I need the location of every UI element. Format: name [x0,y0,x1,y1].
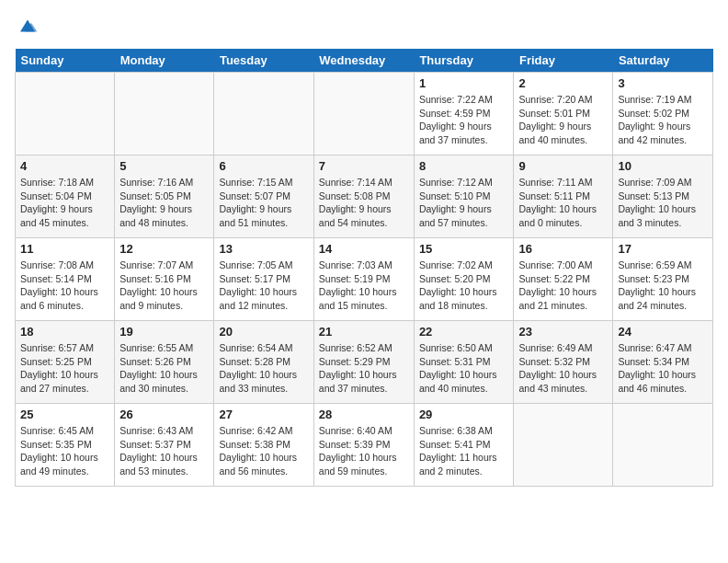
calendar-cell [313,73,414,155]
calendar-cell: 16Sunrise: 7:00 AM Sunset: 5:22 PM Dayli… [514,238,613,321]
calendar-cell [115,73,214,155]
day-number: 9 [518,159,608,173]
calendar-cell: 27Sunrise: 6:42 AM Sunset: 5:38 PM Dayli… [214,404,313,487]
calendar-cell: 15Sunrise: 7:02 AM Sunset: 5:20 PM Dayli… [414,238,514,321]
calendar-cell: 13Sunrise: 7:05 AM Sunset: 5:17 PM Dayli… [214,238,313,321]
day-info: Sunrise: 6:42 AM Sunset: 5:38 PM Dayligh… [219,424,308,478]
calendar-header-thursday: Thursday [414,49,514,73]
calendar-cell: 5Sunrise: 7:16 AM Sunset: 5:05 PM Daylig… [115,155,214,238]
day-number: 19 [119,325,209,339]
calendar-cell: 7Sunrise: 7:14 AM Sunset: 5:08 PM Daylig… [313,155,414,238]
day-number: 10 [618,159,708,173]
day-info: Sunrise: 6:49 AM Sunset: 5:32 PM Dayligh… [518,341,608,396]
calendar-cell: 18Sunrise: 6:57 AM Sunset: 5:25 PM Dayli… [16,321,115,404]
logo-icon [17,15,39,37]
day-info: Sunrise: 6:54 AM Sunset: 5:28 PM Dayligh… [219,341,308,396]
calendar-cell: 20Sunrise: 6:54 AM Sunset: 5:28 PM Dayli… [214,321,313,404]
day-info: Sunrise: 7:20 AM Sunset: 5:01 PM Dayligh… [518,93,608,147]
calendar-table: SundayMondayTuesdayWednesdayThursdayFrid… [15,49,713,487]
calendar-header-saturday: Saturday [613,49,713,73]
calendar-cell: 6Sunrise: 7:15 AM Sunset: 5:07 PM Daylig… [214,155,313,238]
day-number: 22 [419,325,509,339]
day-number: 7 [319,159,409,173]
day-info: Sunrise: 7:03 AM Sunset: 5:19 PM Dayligh… [319,259,409,313]
calendar-cell [214,73,313,155]
day-number: 20 [219,325,308,339]
calendar-cell: 28Sunrise: 6:40 AM Sunset: 5:39 PM Dayli… [313,404,414,487]
calendar-cell: 8Sunrise: 7:12 AM Sunset: 5:10 PM Daylig… [414,155,514,238]
day-info: Sunrise: 6:52 AM Sunset: 5:29 PM Dayligh… [319,341,409,396]
calendar-cell: 29Sunrise: 6:38 AM Sunset: 5:41 PM Dayli… [414,404,514,487]
calendar-cell: 25Sunrise: 6:45 AM Sunset: 5:35 PM Dayli… [16,404,115,487]
day-number: 27 [219,408,308,421]
calendar-week-row-2: 4Sunrise: 7:18 AM Sunset: 5:04 PM Daylig… [16,155,713,238]
day-number: 3 [618,76,708,90]
day-number: 15 [419,242,509,256]
day-info: Sunrise: 7:08 AM Sunset: 5:14 PM Dayligh… [20,259,109,313]
day-info: Sunrise: 7:02 AM Sunset: 5:20 PM Dayligh… [419,259,509,313]
day-number: 4 [20,159,109,173]
day-number: 25 [20,408,109,421]
calendar-cell: 9Sunrise: 7:11 AM Sunset: 5:11 PM Daylig… [514,155,613,238]
calendar-header-tuesday: Tuesday [214,49,313,73]
calendar-header-sunday: Sunday [16,49,115,73]
day-info: Sunrise: 7:11 AM Sunset: 5:11 PM Dayligh… [518,176,608,230]
calendar-header-monday: Monday [115,49,214,73]
day-info: Sunrise: 7:12 AM Sunset: 5:10 PM Dayligh… [419,176,509,230]
calendar-cell: 12Sunrise: 7:07 AM Sunset: 5:16 PM Dayli… [115,238,214,321]
day-number: 11 [20,242,109,256]
day-info: Sunrise: 6:59 AM Sunset: 5:23 PM Dayligh… [618,259,708,313]
day-number: 2 [518,76,608,90]
calendar-cell [16,73,115,155]
day-number: 24 [618,325,708,339]
calendar-week-row-5: 25Sunrise: 6:45 AM Sunset: 5:35 PM Dayli… [16,404,713,487]
day-info: Sunrise: 6:43 AM Sunset: 5:37 PM Dayligh… [119,424,209,478]
day-info: Sunrise: 7:19 AM Sunset: 5:02 PM Dayligh… [618,93,708,147]
day-info: Sunrise: 6:45 AM Sunset: 5:35 PM Dayligh… [20,424,109,478]
day-number: 17 [618,242,708,256]
calendar-cell: 11Sunrise: 7:08 AM Sunset: 5:14 PM Dayli… [16,238,115,321]
calendar-week-row-1: 1Sunrise: 7:22 AM Sunset: 4:59 PM Daylig… [16,73,713,155]
day-info: Sunrise: 6:55 AM Sunset: 5:26 PM Dayligh… [119,341,209,396]
calendar-cell: 22Sunrise: 6:50 AM Sunset: 5:31 PM Dayli… [414,321,514,404]
day-info: Sunrise: 7:16 AM Sunset: 5:05 PM Dayligh… [119,176,209,230]
calendar-cell: 3Sunrise: 7:19 AM Sunset: 5:02 PM Daylig… [613,73,713,155]
day-number: 29 [419,408,509,421]
day-number: 26 [119,408,209,421]
calendar-cell: 24Sunrise: 6:47 AM Sunset: 5:34 PM Dayli… [613,321,713,404]
calendar-cell: 1Sunrise: 7:22 AM Sunset: 4:59 PM Daylig… [414,73,514,155]
day-info: Sunrise: 6:47 AM Sunset: 5:34 PM Dayligh… [618,341,708,396]
day-number: 14 [319,242,409,256]
calendar-cell [514,404,613,487]
day-info: Sunrise: 7:18 AM Sunset: 5:04 PM Dayligh… [20,176,109,230]
calendar-cell: 14Sunrise: 7:03 AM Sunset: 5:19 PM Dayli… [313,238,414,321]
calendar-week-row-3: 11Sunrise: 7:08 AM Sunset: 5:14 PM Dayli… [16,238,713,321]
day-number: 5 [119,159,209,173]
calendar-cell [613,404,713,487]
calendar-cell: 2Sunrise: 7:20 AM Sunset: 5:01 PM Daylig… [514,73,613,155]
calendar-cell: 26Sunrise: 6:43 AM Sunset: 5:37 PM Dayli… [115,404,214,487]
day-info: Sunrise: 7:07 AM Sunset: 5:16 PM Dayligh… [119,259,209,313]
day-number: 18 [20,325,109,339]
day-number: 8 [419,159,509,173]
calendar-week-row-4: 18Sunrise: 6:57 AM Sunset: 5:25 PM Dayli… [16,321,713,404]
day-number: 1 [419,76,509,90]
calendar-header-wednesday: Wednesday [313,49,414,73]
logo [15,15,39,41]
page-header [15,15,713,41]
day-info: Sunrise: 6:40 AM Sunset: 5:39 PM Dayligh… [319,424,409,478]
day-info: Sunrise: 7:09 AM Sunset: 5:13 PM Dayligh… [618,176,708,230]
day-number: 12 [119,242,209,256]
calendar-header-row: SundayMondayTuesdayWednesdayThursdayFrid… [16,49,713,73]
day-info: Sunrise: 7:00 AM Sunset: 5:22 PM Dayligh… [518,259,608,313]
calendar-cell: 23Sunrise: 6:49 AM Sunset: 5:32 PM Dayli… [514,321,613,404]
logo-text [15,15,39,41]
day-number: 23 [518,325,608,339]
day-number: 28 [319,408,409,421]
calendar-cell: 17Sunrise: 6:59 AM Sunset: 5:23 PM Dayli… [613,238,713,321]
day-info: Sunrise: 7:15 AM Sunset: 5:07 PM Dayligh… [219,176,308,230]
calendar-cell: 10Sunrise: 7:09 AM Sunset: 5:13 PM Dayli… [613,155,713,238]
day-number: 16 [518,242,608,256]
day-number: 13 [219,242,308,256]
day-info: Sunrise: 6:50 AM Sunset: 5:31 PM Dayligh… [419,341,509,396]
